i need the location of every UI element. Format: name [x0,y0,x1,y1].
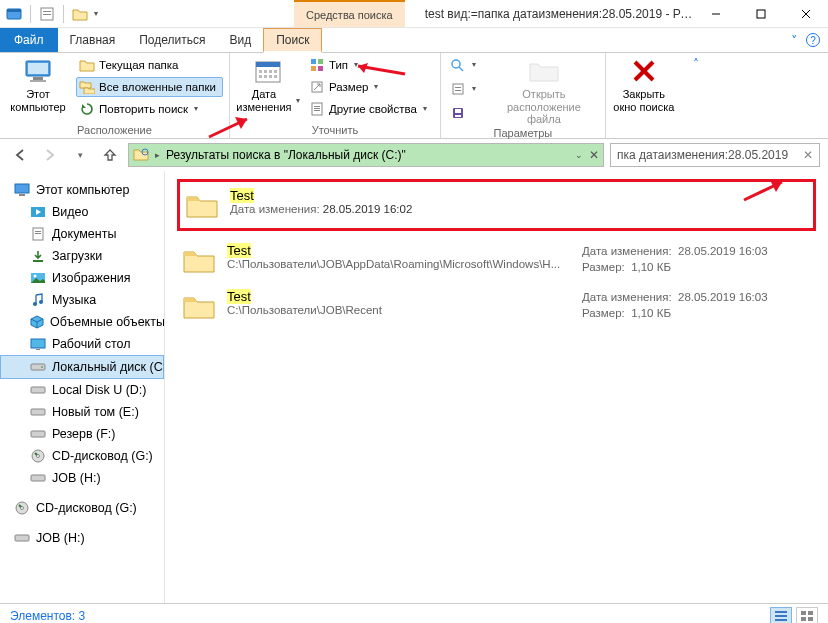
close-search-button[interactable]: Закрыть окно поиска [612,55,676,113]
recent-searches-button[interactable]: ▾ [447,55,483,75]
recent-locations-button[interactable]: ▾ [68,143,92,167]
ribbon-group-close: Закрыть окно поиска [606,53,682,138]
svg-rect-60 [31,431,45,437]
back-button[interactable] [8,143,32,167]
svg-rect-59 [31,409,45,415]
tree-cd-drive-g[interactable]: CD-дисковод (G:) [0,445,164,467]
folder-icon [181,289,217,323]
result-item[interactable]: Test C:\Пользователи\JOB\Recent Дата изм… [177,283,816,329]
this-computer-button[interactable]: Этот компьютер [6,55,70,113]
collapse-ribbon-icon[interactable]: ˄ [682,53,710,138]
stop-icon[interactable]: ✕ [589,148,599,162]
svg-rect-30 [314,108,320,109]
tree-label: Этот компьютер [36,183,129,197]
tree-label: Загрузки [52,249,102,263]
advanced-options-button[interactable]: ▾ [447,79,483,99]
svg-rect-35 [455,87,461,88]
tab-view[interactable]: Вид [217,28,263,52]
svg-rect-66 [15,535,29,541]
tree-desktop[interactable]: Рабочий стол [0,333,164,355]
date-modified-button[interactable]: Дата изменения▾ [236,55,300,113]
drive-icon [30,404,46,420]
view-details-button[interactable] [770,607,792,624]
size-label: Размер [329,80,369,95]
search-again-button[interactable]: Повторить поиск ▾ [76,99,223,119]
save-search-button[interactable] [447,103,483,123]
group-label-refine: Уточнить [236,123,434,138]
tree-music[interactable]: Музыка [0,289,164,311]
svg-rect-58 [31,387,45,393]
breadcrumb[interactable]: Результаты поиска в "Локальный диск (C:)… [166,148,406,162]
result-name: Test [230,188,809,203]
result-path: C:\Пользователи\JOB\AppData\Roaming\Micr… [227,258,572,270]
new-folder-icon[interactable] [72,6,88,22]
svg-rect-25 [311,66,316,71]
document-icon [309,101,325,117]
close-button[interactable] [783,0,828,27]
svg-rect-23 [311,59,316,64]
maximize-button[interactable] [738,0,783,27]
help-icon[interactable]: ? [806,33,820,47]
tree-label: CD-дисковод (G:) [52,449,153,463]
size-button[interactable]: Размер ▾ [306,77,434,97]
svg-rect-69 [775,619,787,621]
tree-local-disk-u[interactable]: Local Disk U (D:) [0,379,164,401]
group-label-empty [612,135,676,138]
tree-3d-objects[interactable]: Объемные объекты [0,311,164,333]
other-properties-label: Другие свойства [329,102,417,117]
chevron-down-icon: ▾ [296,96,300,105]
advanced-icon [450,81,466,97]
svg-rect-10 [28,63,48,74]
main-area: Этот компьютер Видео Документы Загрузки … [0,171,828,603]
tab-home[interactable]: Главная [58,28,128,52]
tree-cd-drive-g-2[interactable]: CD-дисковод (G:) [0,497,164,519]
svg-rect-26 [318,66,323,71]
chevron-down-icon[interactable]: ⌄ [575,150,583,160]
svg-rect-11 [33,77,43,80]
tree-local-disk-c[interactable]: Локальный диск (C:) [0,355,164,379]
up-button[interactable] [98,143,122,167]
type-icon [309,57,325,73]
result-item[interactable]: Test Дата изменения: 28.05.2019 16:02 [177,179,816,231]
minimize-button[interactable] [693,0,738,27]
tree-documents[interactable]: Документы [0,223,164,245]
tree-reserve-f[interactable]: Резерв (F:) [0,423,164,445]
result-item[interactable]: Test C:\Пользователи\JOB\AppData\Roaming… [177,237,816,283]
clear-search-icon[interactable]: ✕ [803,148,813,162]
address-bar[interactable]: ▸ Результаты поиска в "Локальный диск (C… [128,143,604,167]
tree-label: CD-дисковод (G:) [36,501,137,515]
tree-new-volume-e[interactable]: Новый том (E:) [0,401,164,423]
svg-rect-70 [801,611,806,615]
svg-rect-49 [33,260,43,262]
chevron-down-icon: ▾ [354,60,358,70]
tree-pictures[interactable]: Изображения [0,267,164,289]
tree-this-pc[interactable]: Этот компьютер [0,179,164,201]
properties-icon[interactable] [39,6,55,22]
tab-search[interactable]: Поиск [263,28,322,53]
svg-rect-55 [36,349,40,350]
svg-point-53 [39,300,43,304]
tree-videos[interactable]: Видео [0,201,164,223]
other-properties-button[interactable]: Другие свойства ▾ [306,99,434,119]
all-subfolders-button[interactable]: Все вложенные папки [76,77,223,97]
current-folder-button[interactable]: Текущая папка [76,55,223,75]
svg-rect-54 [31,339,45,348]
type-button[interactable]: Тип ▾ [306,55,434,75]
tree-downloads[interactable]: Загрузки [0,245,164,267]
result-subtext: Дата изменения: 28.05.2019 16:02 [230,203,809,215]
recent-search-icon [450,57,466,73]
titlebar: ▾ Средства поиска test вид:=папка датаиз… [0,0,828,28]
svg-rect-20 [264,75,267,78]
tab-share[interactable]: Поделиться [127,28,217,52]
qat-menu-caret[interactable]: ▾ [94,9,98,18]
type-label: Тип [329,58,348,73]
forward-button [38,143,62,167]
tab-file[interactable]: Файл [0,28,58,52]
tree-job-h-2[interactable]: JOB (H:) [0,527,164,549]
drive-icon [30,359,46,375]
tree-job-h[interactable]: JOB (H:) [0,467,164,489]
view-large-icons-button[interactable] [796,607,818,624]
svg-point-57 [41,366,43,368]
minimize-ribbon-icon[interactable]: ˅ [791,33,798,48]
search-input[interactable]: пка датаизменения:28.05.2019 ✕ [610,143,820,167]
